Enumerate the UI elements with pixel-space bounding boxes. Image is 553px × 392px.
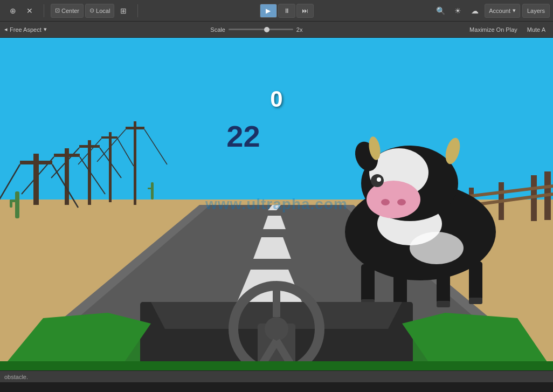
aspect-label: Free Aspect <box>10 26 42 33</box>
svg-rect-80 <box>0 361 553 370</box>
brightness-button[interactable]: ☀ <box>450 3 465 18</box>
center-icon: ⊡ <box>55 7 60 14</box>
aspect-chevron-down-icon: ▾ <box>44 26 47 33</box>
svg-point-55 <box>397 199 406 205</box>
game-view: 0 22 www.ultrapha.com <box>0 38 553 370</box>
svg-rect-15 <box>101 136 117 139</box>
right-toolbar-group: 🔍 ☀ ☁ Account ▾ Layers <box>433 3 550 18</box>
svg-rect-32 <box>10 200 12 208</box>
scale-label: Scale <box>210 26 225 33</box>
account-button[interactable]: Account ▾ <box>485 4 520 18</box>
layers-label: Layers <box>527 8 545 14</box>
layers-button[interactable]: Layers <box>522 4 550 18</box>
svg-point-74 <box>265 317 288 341</box>
search-icon: 🔍 <box>436 6 445 15</box>
svg-rect-10 <box>134 121 136 205</box>
left-tools-group: ⊕ ✕ <box>3 3 39 18</box>
svg-rect-68 <box>469 298 482 304</box>
scale-group: Scale 2x <box>50 26 463 33</box>
svg-rect-14 <box>109 132 112 202</box>
center-label: Center <box>61 8 79 14</box>
svg-point-50 <box>410 232 464 264</box>
pause-button[interactable]: ⏸ <box>278 4 295 18</box>
brightness-icon: ☀ <box>454 6 461 15</box>
step-icon: ⏭ <box>302 7 308 15</box>
second-toolbar: ◂ Free Aspect ▾ Scale 2x Maximize On Pla… <box>0 22 553 38</box>
cloud-icon: ☁ <box>471 6 479 15</box>
scale-value: 2x <box>296 26 303 33</box>
svg-point-57 <box>377 177 381 182</box>
pause-icon: ⏸ <box>284 7 290 15</box>
score-main-display: 22 <box>226 119 260 154</box>
play-button[interactable]: ▶ <box>260 4 277 18</box>
globe-icon: ⊕ <box>10 6 16 15</box>
globe-button[interactable]: ⊕ <box>5 3 20 18</box>
cloud-button[interactable]: ☁ <box>467 3 482 18</box>
score-top-display: 0 <box>270 86 282 112</box>
transform-group: ⊡ Center ⊙ Local ⊞ <box>49 3 133 18</box>
svg-rect-33 <box>151 182 154 200</box>
search-button[interactable]: 🔍 <box>433 3 448 18</box>
svg-rect-19 <box>79 145 100 148</box>
account-chevron-icon: ▾ <box>513 7 516 14</box>
center-button[interactable]: ⊡ Center <box>51 4 84 18</box>
tools-button[interactable]: ✕ <box>22 3 37 18</box>
svg-rect-34 <box>148 188 154 189</box>
grid-icon: ⊞ <box>120 6 127 15</box>
tools-icon: ✕ <box>26 6 33 15</box>
status-text: obstacle. <box>4 374 28 380</box>
play-controls-group: ▶ ⏸ ⏭ <box>142 4 431 18</box>
aspect-chevron-left-icon: ◂ <box>4 26 8 33</box>
top-toolbar: ⊕ ✕ ⊡ Center ⊙ Local ⊞ ▶ ⏸ ⏭ <box>0 0 553 22</box>
maximize-on-play-button[interactable]: Maximize On Play <box>466 25 521 34</box>
svg-rect-63 <box>437 267 450 304</box>
status-bar: obstacle. <box>0 370 553 382</box>
svg-rect-67 <box>437 301 450 307</box>
local-label: Local <box>96 8 110 14</box>
svg-rect-11 <box>126 127 144 129</box>
separator-1 <box>44 4 44 17</box>
local-icon: ⊙ <box>89 7 94 14</box>
scale-slider[interactable] <box>229 29 293 30</box>
svg-rect-23 <box>54 154 80 157</box>
svg-rect-64 <box>469 262 482 300</box>
svg-rect-61 <box>361 264 375 302</box>
svg-rect-27 <box>20 161 52 164</box>
scale-slider-thumb[interactable] <box>264 27 269 32</box>
local-button[interactable]: ⊙ Local <box>85 4 114 18</box>
svg-point-54 <box>381 199 390 205</box>
mute-audio-button[interactable]: Mute A <box>524 25 549 34</box>
grid-button[interactable]: ⊞ <box>116 3 131 18</box>
svg-rect-30 <box>15 191 19 218</box>
account-label: Account <box>489 8 510 14</box>
aspect-selector[interactable]: ◂ Free Aspect ▾ <box>4 26 47 33</box>
play-icon: ▶ <box>266 7 271 15</box>
separator-2 <box>137 4 138 17</box>
svg-rect-62 <box>393 270 407 305</box>
step-button[interactable]: ⏭ <box>296 4 314 18</box>
